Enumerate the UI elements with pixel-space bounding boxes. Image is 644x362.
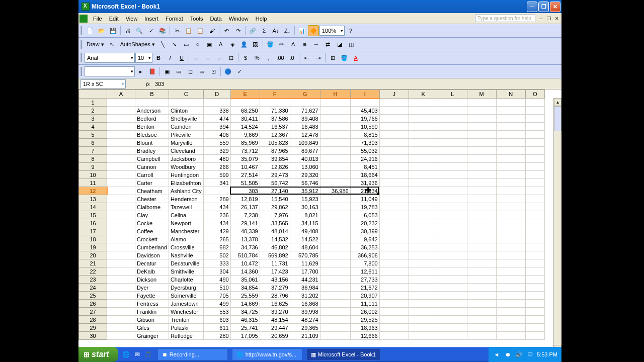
cell-I17[interactable]: 30,399 (350, 227, 379, 235)
cell-B20[interactable]: Davidson (135, 251, 169, 259)
column-header-N[interactable]: N (496, 90, 525, 99)
cell-E22[interactable]: 14,360 (230, 267, 260, 276)
cell-K30[interactable] (409, 332, 438, 340)
row-header-12[interactable]: 12 (79, 187, 107, 195)
cell-C23[interactable]: Charlotte (169, 276, 203, 284)
cell-K19[interactable] (409, 243, 438, 251)
cell-N19[interactable] (496, 243, 525, 251)
row-header-9[interactable]: 9 (79, 163, 107, 171)
cell-G9[interactable]: 13,060 (290, 163, 320, 171)
column-header-F[interactable]: F (260, 90, 290, 99)
tool-icon[interactable]: 📕 (147, 66, 158, 77)
cell-H1[interactable] (320, 99, 350, 107)
cell-O1[interactable] (525, 99, 544, 107)
cell-B4[interactable]: Benton (135, 123, 169, 131)
cell-C7[interactable]: Cleveland (169, 147, 203, 155)
menu-help[interactable]: Help (252, 15, 271, 23)
cell-C27[interactable]: Winchester (169, 308, 203, 316)
cell-J12[interactable] (379, 187, 409, 195)
cell-C10[interactable]: Huntingdon (169, 171, 203, 179)
cell-N30[interactable] (496, 332, 525, 340)
formula-input[interactable]: 303 (153, 80, 561, 87)
tool-icon[interactable]: ◻ (185, 66, 196, 77)
cell-A17[interactable] (107, 227, 135, 235)
cell-H14[interactable] (320, 203, 350, 211)
cell-D18[interactable]: 265 (203, 235, 230, 243)
cell-C20[interactable]: Nashville (169, 251, 203, 259)
cell-H28[interactable] (320, 316, 350, 324)
hyperlink-icon[interactable]: 🔗 (247, 25, 258, 36)
cell-E1[interactable] (230, 99, 260, 107)
fill-color-icon[interactable]: 🪣 (265, 39, 276, 50)
cell-H19[interactable] (320, 243, 350, 251)
cell-I9[interactable]: 8,451 (350, 163, 379, 171)
cell-A13[interactable] (107, 195, 135, 203)
3d-icon[interactable]: ◫ (346, 39, 357, 50)
cell-M3[interactable] (467, 115, 496, 123)
cell-J17[interactable] (379, 227, 409, 235)
cell-L20[interactable] (438, 251, 467, 259)
shadow-icon[interactable]: ◪ (334, 39, 345, 50)
cell-N10[interactable] (496, 171, 525, 179)
column-header-E[interactable]: E (230, 90, 260, 99)
menu-edit[interactable]: Edit (106, 15, 122, 23)
sort-asc-icon[interactable]: A↓ (270, 25, 281, 36)
cell-B13[interactable]: Chester (135, 195, 169, 203)
cell-H29[interactable] (320, 324, 350, 332)
cell-A27[interactable] (107, 308, 135, 316)
cell-O25[interactable] (525, 292, 544, 300)
toolbar-grip[interactable] (80, 40, 83, 49)
cell-L10[interactable] (438, 171, 467, 179)
cell-H26[interactable] (320, 300, 350, 308)
currency-icon[interactable]: $ (240, 52, 251, 63)
cell-K20[interactable] (409, 251, 438, 259)
cell-J1[interactable] (379, 99, 409, 107)
cell-I3[interactable]: 19,766 (350, 115, 379, 123)
cell-L25[interactable] (438, 292, 467, 300)
cell-F25[interactable]: 28,796 (260, 292, 290, 300)
cell-L24[interactable] (438, 284, 467, 292)
row-header-22[interactable]: 22 (79, 267, 107, 276)
cell-C11[interactable]: Elizabethton (169, 179, 203, 187)
cell-I24[interactable]: 21,672 (350, 284, 379, 292)
cell-E18[interactable]: 13,378 (230, 235, 260, 243)
decrease-indent-icon[interactable]: ⇤ (301, 52, 312, 63)
workbook-restore-button[interactable]: ❐ (545, 15, 552, 22)
cell-B19[interactable]: Cumberland (135, 243, 169, 251)
scroll-thumb[interactable] (554, 106, 561, 131)
cell-F30[interactable]: 20,659 (260, 332, 290, 340)
cell-C4[interactable]: Camden (169, 123, 203, 131)
cell-M8[interactable] (467, 155, 496, 163)
cell-F22[interactable]: 17,423 (260, 267, 290, 276)
row-header-14[interactable]: 14 (79, 203, 107, 211)
cell-D4[interactable]: 394 (203, 123, 230, 131)
cell-E3[interactable]: 30,411 (230, 115, 260, 123)
cell-G22[interactable]: 17,700 (290, 267, 320, 276)
cell-K29[interactable] (409, 324, 438, 332)
cell-N12[interactable] (496, 187, 525, 195)
cell-K5[interactable] (409, 131, 438, 139)
cell-G8[interactable]: 40,013 (290, 155, 320, 163)
fx-icon[interactable]: fx (146, 81, 150, 87)
cell-K12[interactable] (409, 187, 438, 195)
cell-K2[interactable] (409, 107, 438, 115)
cell-J22[interactable] (379, 267, 409, 276)
cell-D29[interactable]: 611 (203, 324, 230, 332)
cell-N27[interactable] (496, 308, 525, 316)
cell-G5[interactable]: 12,478 (290, 131, 320, 139)
cell-B18[interactable]: Crockett (135, 235, 169, 243)
cell-J9[interactable] (379, 163, 409, 171)
percent-icon[interactable]: % (252, 52, 263, 63)
fill-color-icon[interactable]: 🪣 (339, 52, 350, 63)
cell-N15[interactable] (496, 211, 525, 219)
cell-D5[interactable]: 406 (203, 131, 230, 139)
cell-I22[interactable]: 12,611 (350, 267, 379, 276)
cell-D8[interactable]: 480 (203, 155, 230, 163)
cell-E14[interactable]: 26,137 (230, 203, 260, 211)
cell-F1[interactable] (260, 99, 290, 107)
merge-center-icon[interactable]: ⊟ (225, 52, 236, 63)
cell-G27[interactable]: 39,998 (290, 308, 320, 316)
row-header-4[interactable]: 4 (79, 123, 107, 131)
cell-C25[interactable]: Somerville (169, 292, 203, 300)
cell-K24[interactable] (409, 284, 438, 292)
